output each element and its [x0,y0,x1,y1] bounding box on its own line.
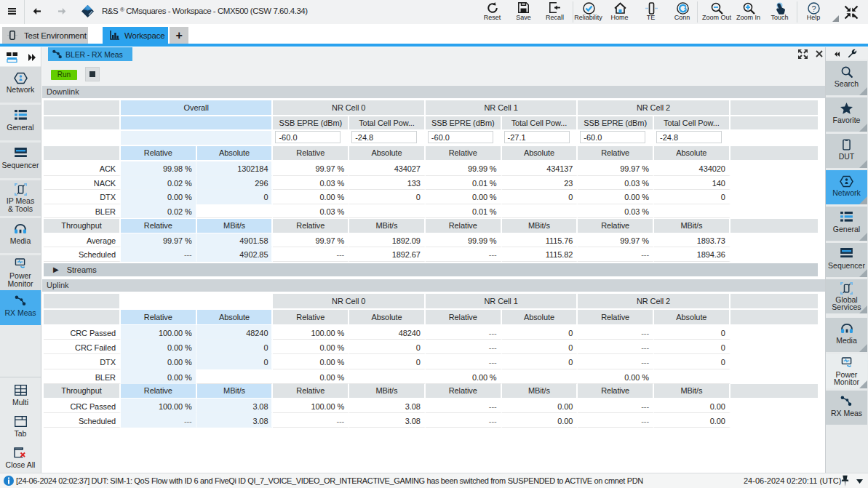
svg-text:?: ? [811,4,816,13]
